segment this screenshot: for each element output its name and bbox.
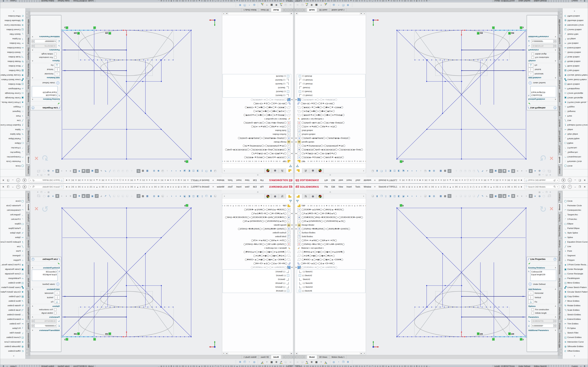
scroll-right-icon[interactable]: ▶ <box>360 12 363 15</box>
status-tray-icon[interactable]: ❖ <box>1 365 4 367</box>
help-icon[interactable]: ? <box>568 178 572 182</box>
add-relations-header[interactable]: Add Relations∧ <box>30 287 61 291</box>
cmd-tab-weldments[interactable]: Weldments <box>26 91 30 104</box>
flyout-expand-icon[interactable]: › <box>363 168 366 173</box>
add-relations-header[interactable]: Add Relations∧ <box>30 76 61 80</box>
tool-style-spline[interactable]: ∿Style Spline <box>563 231 588 235</box>
parameters-header[interactable]: Parameters∧ <box>30 315 61 319</box>
account-icon[interactable] <box>23 185 26 189</box>
bottom-toolbar-icon[interactable]: ▦ <box>270 3 274 7</box>
collapse-icon[interactable]: ∧ <box>32 98 33 100</box>
tree-item[interactable]: ▶▤Design Binder <box>222 140 293 144</box>
tree-item[interactable]: ▶▤Design Binder <box>295 223 366 227</box>
expand-icon[interactable]: ▶ <box>291 213 293 214</box>
collapse-icon[interactable]: ∧ <box>32 267 33 269</box>
tool-parallelogram[interactable]: ▱Parallelogram <box>563 86 588 91</box>
tool-move-entities[interactable]: ↗Move Entities <box>0 299 25 303</box>
tab-scroll-button[interactable]: › <box>285 355 288 359</box>
tool-silhouette-entities[interactable]: ◍Silhouette Entities <box>563 344 588 349</box>
tool-silhouette-entities[interactable]: ◍Silhouette Entities <box>0 344 25 349</box>
tab-configurations[interactable]: ⊕ <box>309 194 317 199</box>
tool-convert-entities[interactable]: ◱Convert Entities <box>0 27 25 32</box>
existing-relations-header[interactable]: Existing Relations∧ <box>30 98 61 101</box>
bottom-toolbar-icon[interactable]: ❏ <box>300 360 304 364</box>
bottom-toolbar-icon[interactable]: ❏ <box>284 3 288 7</box>
tab-scroll-button[interactable]: « <box>294 355 297 359</box>
tool-parallelogram[interactable]: ▱Parallelogram <box>0 276 25 281</box>
bottom-toolbar-icon[interactable]: ⊾ <box>324 360 328 364</box>
horizontal-icon[interactable]: ─ <box>55 291 60 295</box>
tool-convert-entities[interactable]: ◱Convert Entities <box>563 27 588 32</box>
bottom-toolbar-icon[interactable]: ✎ <box>305 3 309 7</box>
checkbox[interactable] <box>531 56 534 59</box>
account-icon[interactable] <box>562 178 565 182</box>
cancel-sketch-icon[interactable]: ✕ <box>34 206 39 212</box>
tab-displaymanager[interactable] <box>317 194 324 199</box>
tool-copy-entities[interactable]: ▤Copy Entities <box>563 68 588 73</box>
parameter-input[interactable]: 0.00000000° <box>35 324 57 327</box>
tool-rotate-entities[interactable]: ↻Rotate Entities <box>0 303 25 308</box>
tree-item[interactable]: ▶▤Design Binder <box>222 223 293 227</box>
close-button[interactable]: ✕ <box>584 185 586 188</box>
tree-item[interactable]: ❒Solid Bodies <box>222 129 293 133</box>
menu-view[interactable]: View <box>243 179 251 181</box>
restore-button[interactable]: ❐ <box>7 185 9 188</box>
tool-move-entities[interactable]: ↗Move Entities <box>0 64 25 68</box>
ok-check-icon[interactable]: ✔ <box>527 101 558 105</box>
tool-segment[interactable]: ∷Segment <box>563 109 588 114</box>
tool-3-point-center-recta-[interactable]: ◈3 Point Center Recta... <box>0 262 25 267</box>
tab-scroll-button[interactable]: « <box>294 8 297 12</box>
collapse-icon[interactable]: ∧ <box>555 60 556 62</box>
tree-item[interactable]: ▶▤Design Binder <box>295 140 366 144</box>
restore-button[interactable]: ❐ <box>7 179 9 182</box>
fix-icon[interactable]: ⚓ <box>55 300 60 304</box>
tool-sketch-fillet[interactable]: ╮Sketch Fillet <box>563 331 588 335</box>
bottom-toolbar-icon[interactable]: ≣ <box>310 360 314 364</box>
tree-item[interactable]: ❒Solid Bodies <box>295 234 366 238</box>
cmd-tab-sketch[interactable]: Sketch <box>26 155 30 164</box>
cmd-tab-mold-tools[interactable]: Mold Tools <box>26 276 30 288</box>
parameters-header[interactable]: Parameters∧ <box>527 48 558 52</box>
cmd-tab-surfaces[interactable]: Surfaces <box>26 213 30 223</box>
pm-help-icon[interactable]: ? <box>32 106 35 109</box>
tool-extend-entities[interactable]: ↦Extend Entities <box>563 46 588 50</box>
doc-tab-3d-views[interactable]: 3D Views <box>317 355 329 359</box>
tool-mirror-entities[interactable]: ◫Mirror Entities <box>563 82 588 86</box>
additional-parameters-header[interactable]: Additional Parameters∨ <box>30 328 61 332</box>
tool-equation-driven-curve[interactable]: ƒEquation Driven Curve <box>563 123 588 127</box>
add-relation-fix[interactable]: ⚓Fix <box>30 63 61 67</box>
bottom-toolbar-icon[interactable]: ⊾ <box>324 3 328 7</box>
existing-relations-header[interactable]: Existing Relations∧ <box>30 266 61 269</box>
tree-item-sketch[interactable]: (-) Sketch5 <box>223 82 291 86</box>
tool-stretch-entities[interactable]: ↔Stretch Entities <box>563 312 588 317</box>
tree-item[interactable]: ∞◯2S∗∩∗▲АШ◯∘◯ША▲∗∩∗2S◯ <box>222 238 293 242</box>
tool-trim-entities[interactable]: ✂Trim Entities <box>0 41 25 46</box>
cmd-tab-mbd-dimensions[interactable]: MBD Dimensions <box>26 332 30 349</box>
cmd-tab-⋮[interactable]: ⋮ <box>26 11 30 14</box>
cmd-tab-mesh-modeling[interactable]: Mesh Modeling <box>26 62 30 78</box>
tool-partial-ellipse[interactable]: ◟Partial Ellipse <box>0 136 25 141</box>
collapse-icon[interactable]: ∧ <box>32 60 33 62</box>
tree-item-sketch[interactable]: (-) Sketch4 <box>223 78 291 82</box>
tab-scroll-button[interactable]: ‹ <box>297 8 300 12</box>
tool-sketch-fillet[interactable]: ╮Sketch Fillet <box>0 331 25 335</box>
tool-trim-entities[interactable]: ✂Trim Entities <box>563 321 588 326</box>
search-icon[interactable] <box>553 185 556 188</box>
spinner[interactable]: ▲▼ <box>32 44 34 48</box>
tab-configurations[interactable]: ⊕ <box>271 194 279 199</box>
cmd-tab-mbd-dimensions[interactable]: MBD Dimensions <box>558 332 562 349</box>
menu-file[interactable]: File <box>258 179 265 181</box>
close-button[interactable]: ✕ <box>2 179 4 182</box>
menu-insert[interactable]: Insert <box>345 179 354 181</box>
close-button[interactable]: ✕ <box>2 185 4 188</box>
collapse-icon[interactable]: ∧ <box>32 305 33 307</box>
tree-filter-row[interactable] <box>222 163 293 168</box>
cmd-tab-mbd-dimensions[interactable]: MBD Dimensions <box>558 18 562 35</box>
tree-item-sketch[interactable]: (-) Sketch2 <box>223 90 291 93</box>
tree-item[interactable]: ▶A◯2SИН◎∘✚А✚◎ИНА◯∘◯АНИ◎✚А✚∘◎НИ2S◯ <box>222 136 293 140</box>
tab-featuremanager[interactable] <box>295 168 302 173</box>
cmd-tab-direct-editing[interactable]: Direct Editing <box>26 224 30 238</box>
tool-ellipse[interactable]: ◯Ellipse <box>0 141 25 146</box>
parameter-input[interactable]: 0.00000000° <box>531 40 553 43</box>
restore-button[interactable]: ❐ <box>579 179 581 182</box>
